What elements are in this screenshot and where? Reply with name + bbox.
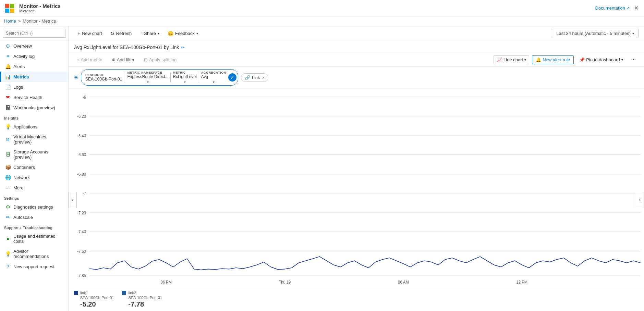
link-tag-close-icon[interactable]: ✕ [262,76,265,79]
search-input[interactable] [3,29,65,38]
svg-rect-1 [10,4,14,8]
svg-rect-3 [10,9,14,13]
sidebar-label-metrics: Metrics [13,74,29,79]
new-alert-rule-button[interactable]: 🔔 New alert rule [532,55,574,64]
sidebar-item-storage-accounts[interactable]: 🗄 Storage Accounts (preview) [0,147,68,162]
sidebar-label-advisor: Advisor recommendations [13,249,64,259]
link-tag[interactable]: 🔗 Link ✕ [241,73,268,82]
apply-splitting-button[interactable]: ⊞ Apply splitting [141,56,179,64]
pin-icon: 📌 [579,57,585,62]
chart-title-edit-icon[interactable]: ✏ [181,45,185,50]
svg-rect-2 [5,9,9,13]
sidebar-item-diagnostics[interactable]: ⚙ Diagnostics settings [0,202,68,212]
aggregation-selector-field[interactable]: AGGREGATION Avg ▾ [199,70,228,85]
toolbar: + New chart ↻ Refresh ↑ Share ▾ 😊 Feedba… [69,26,644,41]
chart-wrapper: ‹ › .grid-line { stroke: #e0e0e0; stroke… [69,89,644,311]
sidebar-item-logs[interactable]: 📄 Logs [0,82,68,92]
more-options-button[interactable]: ··· [629,55,639,64]
sidebar-item-new-support[interactable]: ? New support request [0,261,68,272]
app-logo [4,3,15,14]
close-button[interactable]: ✕ [633,3,640,13]
sidebar-label-logs: Logs [13,85,23,90]
sidebar-item-containers[interactable]: 📦 Containers [0,162,68,172]
alert-rule-icon: 🔔 [536,57,541,62]
time-range-button[interactable]: Last 24 hours (Automatic - 5 minutes) ▾ [552,29,639,38]
time-range-label: Last 24 hours (Automatic - 5 minutes) [556,31,631,36]
legend-label-link2-resource: SEA-100Gb-Port-01 [122,296,162,300]
sidebar-label-overview: Overview [13,43,32,49]
sidebar-item-applications[interactable]: 💡 Applications [0,122,68,132]
add-filter-button[interactable]: ⊕ Add filter [109,56,137,64]
refresh-label: Refresh [116,31,132,36]
aggregation-dropdown-arrow: ▾ [213,80,215,84]
sidebar-item-service-health[interactable]: ❤ Service Health [0,92,68,102]
sidebar-label-workbooks: Workbooks (preview) [13,105,55,110]
pin-dashboard-button[interactable]: 📌 Pin to dashboard ▾ [576,56,625,64]
new-support-icon: ? [5,264,11,269]
share-button[interactable]: ↑ Share ▾ [136,29,163,38]
sidebar-label-containers: Containers [13,165,35,170]
sidebar-item-alerts[interactable]: 🔔 Alerts [0,61,68,72]
pin-label: Pin to dashboard [586,57,620,62]
share-label: Share [144,31,156,36]
metric-filter-icon: ⊕ [74,75,78,80]
sidebar: ⊙ Overview ≡ Activity log 🔔 Alerts 📊 Met… [0,26,69,311]
legend-color-link2 [122,291,126,295]
chart-title: Avg RxLightLevel for SEA-100Gb-Port-01 b… [74,45,179,50]
legend-item-link2: link2 SEA-100Gb-Port-01 -7.78 [122,291,162,308]
metric-selector-field[interactable]: METRIC RxLightLevel ▾ [171,70,198,85]
refresh-button[interactable]: ↻ Refresh [107,29,135,38]
sidebar-search-container [0,26,68,41]
add-filter-icon: ⊕ [112,57,116,62]
chart-controls: + Add metric ⊕ Add filter ⊞ Apply splitt… [69,53,644,66]
chart-type-button[interactable]: 📈 Line chart ▾ [494,55,529,64]
feedback-icon: 😊 [168,31,173,36]
chart-nav-left[interactable]: ‹ [69,192,77,208]
chart-controls-right: 📈 Line chart ▾ 🔔 New alert rule 📌 Pin to… [494,55,639,64]
sidebar-label-diagnostics: Diagnostics settings [13,204,53,210]
apply-splitting-icon: ⊞ [144,57,148,62]
feedback-button[interactable]: 😊 Feedback ▾ [164,29,202,38]
new-chart-button[interactable]: + New chart [74,29,106,38]
svg-text:-7.60: -7.60 [77,249,86,254]
new-chart-label: New chart [82,31,102,36]
breadcrumb-home[interactable]: Home [4,18,16,24]
feedback-label: Feedback [175,31,195,36]
sidebar-item-more[interactable]: ··· More [0,183,68,193]
more-icon: ··· [5,185,11,190]
advisor-icon: 💡 [5,251,11,257]
selector-apply-button[interactable]: ✓ [228,73,236,82]
feedback-dropdown-icon: ▾ [196,32,198,35]
documentation-link[interactable]: Documentation ↗ [595,5,630,11]
add-metric-button[interactable]: + Add metric [74,56,105,64]
main-layout: ⊙ Overview ≡ Activity log 🔔 Alerts 📊 Met… [0,26,644,311]
sidebar-item-activity-log[interactable]: ≡ Activity log [0,51,68,61]
app-title: Monitor - Metrics [19,3,61,9]
sidebar-label-usage-costs: Usage and estimated costs [13,234,64,244]
sidebar-item-advisor[interactable]: 💡 Advisor recommendations [0,246,68,261]
sidebar-item-usage-costs[interactable]: ● Usage and estimated costs [0,231,68,246]
svg-text:Thu 19: Thu 19 [279,279,291,285]
overview-icon: ⊙ [5,43,11,49]
sidebar-item-metrics[interactable]: 📊 Metrics [0,72,68,82]
activity-log-icon: ≡ [5,53,11,59]
sidebar-item-virtual-machines[interactable]: 🖥 Virtual Machines (preview) [0,132,68,147]
metric-label: METRIC [173,71,196,74]
chart-container: .grid-line { stroke: #e0e0e0; stroke-wid… [69,89,644,288]
metric-dropdown-arrow: ▾ [184,80,186,84]
service-health-icon: ❤ [5,95,11,100]
refresh-icon: ↻ [110,31,114,36]
containers-icon: 📦 [5,164,11,170]
sidebar-item-autoscale[interactable]: ✏ Autoscale [0,212,68,222]
add-metric-icon: + [77,57,80,62]
chart-nav-right[interactable]: › [636,192,644,208]
sidebar-item-network[interactable]: 🌐 Network [0,172,68,183]
svg-text:06 PM: 06 PM [161,279,172,285]
apply-splitting-label: Apply splitting [149,57,177,62]
svg-text:-6.80: -6.80 [77,172,86,177]
sidebar-label-activity-log: Activity log [13,54,35,59]
settings-section-label: Settings [0,193,68,202]
namespace-selector-field[interactable]: METRIC NAMESPACE ExpressRoute Direct... … [125,70,170,85]
sidebar-item-overview[interactable]: ⊙ Overview [0,41,68,51]
sidebar-item-workbooks[interactable]: 📓 Workbooks (preview) [0,102,68,113]
